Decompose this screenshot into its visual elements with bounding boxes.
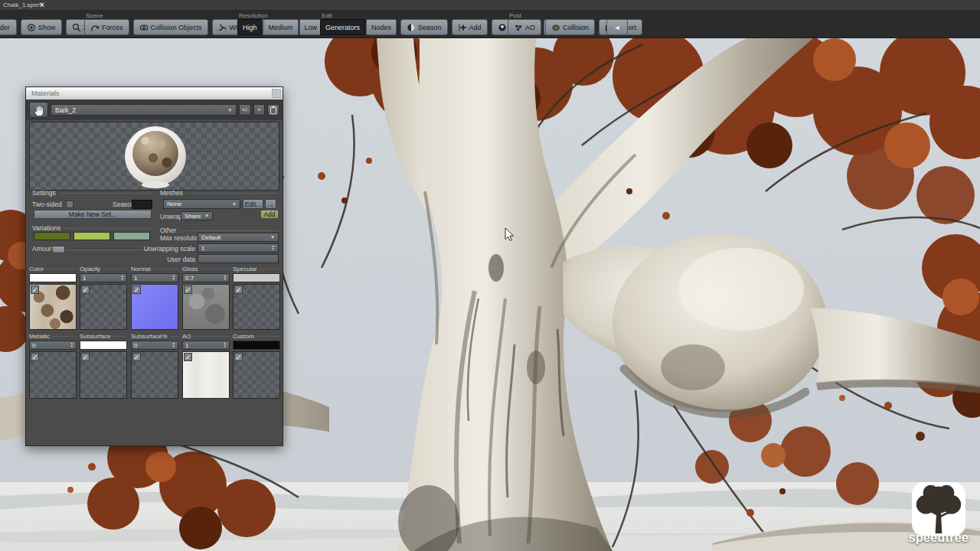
custom-enabled-checkbox[interactable]: ✓	[234, 353, 243, 361]
specular-enabled-checkbox[interactable]: ✓	[234, 285, 243, 294]
resolution-medium-button[interactable]: Medium	[263, 19, 299, 35]
add-node-button[interactable]: Add	[452, 19, 488, 35]
opacity-value-field[interactable]: 1▲▼	[80, 273, 127, 282]
resolution-high-button[interactable]: High	[237, 19, 263, 35]
metallic-value-field[interactable]: 0▲▼	[29, 341, 77, 350]
collision-objects-button-label: Collision Objects	[151, 24, 202, 31]
paste-material-button[interactable]	[267, 104, 279, 116]
material-preview-area[interactable]	[29, 122, 279, 191]
ao-value-field[interactable]: 1▲▼	[182, 341, 230, 350]
subsurface-swatch[interactable]	[80, 341, 127, 350]
mesh-dropdown[interactable]: None ▼	[163, 199, 240, 209]
subsurface-texture-thumbnail[interactable]: ✓	[80, 351, 127, 399]
max-resolution-dropdown[interactable]: Default ▼	[198, 233, 279, 242]
custom-swatch[interactable]	[233, 341, 280, 350]
add-remove-material-button[interactable]: +/-	[239, 104, 251, 116]
collision-objects-button[interactable]: Collision Objects	[133, 19, 208, 35]
metallic-texture-thumbnail[interactable]: ✓	[29, 351, 77, 399]
show-button[interactable]: Show	[21, 19, 62, 35]
amount-slider-handle[interactable]	[52, 246, 65, 253]
spinner-arrows[interactable]: ▲▼	[272, 245, 275, 251]
subsurface-percent-enabled-checkbox[interactable]: ✓	[132, 353, 141, 361]
opacity-enabled-checkbox[interactable]: ✓	[81, 285, 90, 294]
mesh-edit-button[interactable]: Edit...	[243, 199, 263, 209]
forces-button[interactable]: Forces	[84, 19, 129, 35]
specular-texture-thumbnail[interactable]: ✓	[233, 284, 280, 330]
metallic-enabled-checkbox[interactable]: ✓	[31, 353, 39, 361]
spin-down-icon[interactable]: ▼	[272, 248, 275, 251]
nodes-button[interactable]: Nodes	[366, 19, 397, 35]
spin-down-icon[interactable]: ▼	[172, 278, 175, 281]
opacity-texture-thumbnail[interactable]: ✓	[80, 284, 127, 330]
season-button-label: Season	[418, 24, 442, 31]
tab-close-icon[interactable]: ×	[40, 0, 44, 10]
mesh-add-label: Add	[263, 210, 275, 218]
custom-texture-thumbnail[interactable]: ✓	[233, 351, 280, 399]
meshes-group-label: Meshes	[160, 189, 183, 197]
spin-down-icon[interactable]: ▼	[172, 345, 175, 348]
mesh-assign-button[interactable]: →	[265, 199, 276, 209]
two-sided-checkbox[interactable]	[66, 201, 74, 208]
spinner-arrows[interactable]: ▲▼	[121, 275, 124, 281]
materials-panel-close-button[interactable]	[272, 89, 281, 98]
forces-icon	[90, 23, 100, 32]
make-new-set-button[interactable]: Make New Set...	[34, 210, 152, 219]
resolution-medium-label: Medium	[269, 24, 293, 31]
ao-button[interactable]: AO	[508, 19, 541, 35]
unwrap-dropdown[interactable]: Share ▼	[181, 211, 213, 220]
variation-swatch-2[interactable]	[74, 232, 110, 240]
amount-slider[interactable]	[52, 246, 152, 253]
pan-tool-button[interactable]	[29, 102, 48, 118]
materials-panel-titlebar[interactable]: Materials	[26, 87, 283, 99]
add-node-button-label: Add	[469, 24, 482, 31]
render-button-label: Render	[0, 24, 10, 31]
variation-swatch-3[interactable]	[113, 232, 150, 240]
spin-down-icon[interactable]: ▼	[121, 278, 124, 281]
spin-down-icon[interactable]: ▼	[70, 345, 74, 348]
chevron-down-icon: ▼	[232, 202, 237, 207]
material-preview-base	[142, 181, 169, 188]
subsurface-percent-value-field[interactable]: 0▲▼	[131, 341, 178, 350]
spinner-arrows[interactable]: ▲▼	[224, 275, 227, 281]
spinner-arrows[interactable]: ▲▼	[224, 342, 227, 348]
subsurface-enabled-checkbox[interactable]: ✓	[81, 353, 90, 361]
specular-swatch[interactable]	[233, 273, 280, 282]
zoom-icon	[72, 23, 81, 32]
gloss-enabled-checkbox[interactable]: ✓	[184, 285, 192, 294]
subsurface-percent-texture-thumbnail[interactable]: ✓	[131, 351, 178, 399]
color-texture-thumbnail[interactable]: ✓	[29, 284, 77, 330]
material-selector-dropdown[interactable]: Bark_2 ▼	[51, 104, 237, 116]
season-color-field[interactable]	[132, 200, 152, 209]
generators-button[interactable]: Generators	[320, 19, 365, 35]
season-button[interactable]: Season	[400, 19, 448, 35]
user-data-label: User data	[142, 256, 195, 263]
gloss-value-field[interactable]: 0.7▲▼	[182, 273, 230, 282]
gloss-map-thumbnail[interactable]: ✓	[182, 284, 230, 330]
ao-map-thumbnail[interactable]: ✓	[182, 351, 230, 399]
texture-slot-custom: Custom ✓	[233, 332, 280, 399]
other-group-label: Other	[160, 227, 176, 234]
document-tab[interactable]: Chalk_1.spm*	[3, 2, 41, 8]
ao-enabled-checkbox[interactable]: ✓	[184, 353, 192, 361]
spinner-arrows[interactable]: ▲▼	[172, 342, 175, 348]
normal-map-thumbnail[interactable]: ✓	[131, 284, 178, 330]
color-enabled-checkbox[interactable]: ✓	[31, 285, 39, 294]
metallic-slot-label: Metallic	[29, 332, 77, 340]
new-material-button[interactable]: +	[253, 104, 265, 116]
max-resolution-value: Default	[201, 234, 220, 241]
color-swatch[interactable]	[29, 273, 77, 282]
spinner-arrows[interactable]: ▲▼	[172, 275, 175, 281]
spin-down-icon[interactable]: ▼	[224, 278, 227, 281]
unwrapping-scale-field[interactable]: 1 ▲▼	[198, 243, 279, 253]
mesh-add-button[interactable]: Add	[260, 210, 279, 219]
back-button[interactable]: ◄	[606, 19, 628, 35]
resolution-low-button[interactable]: Low	[299, 19, 323, 35]
post-collision-button[interactable]: Collision	[545, 19, 595, 35]
spinner-arrows[interactable]: ▲▼	[70, 342, 74, 348]
spin-down-icon[interactable]: ▼	[224, 345, 227, 348]
normal-enabled-checkbox[interactable]: ✓	[132, 285, 141, 294]
variation-swatch-1[interactable]	[34, 232, 70, 240]
render-button[interactable]: Render	[0, 19, 17, 35]
normal-value-field[interactable]: 1▲▼	[131, 273, 178, 282]
user-data-field[interactable]	[198, 254, 279, 263]
